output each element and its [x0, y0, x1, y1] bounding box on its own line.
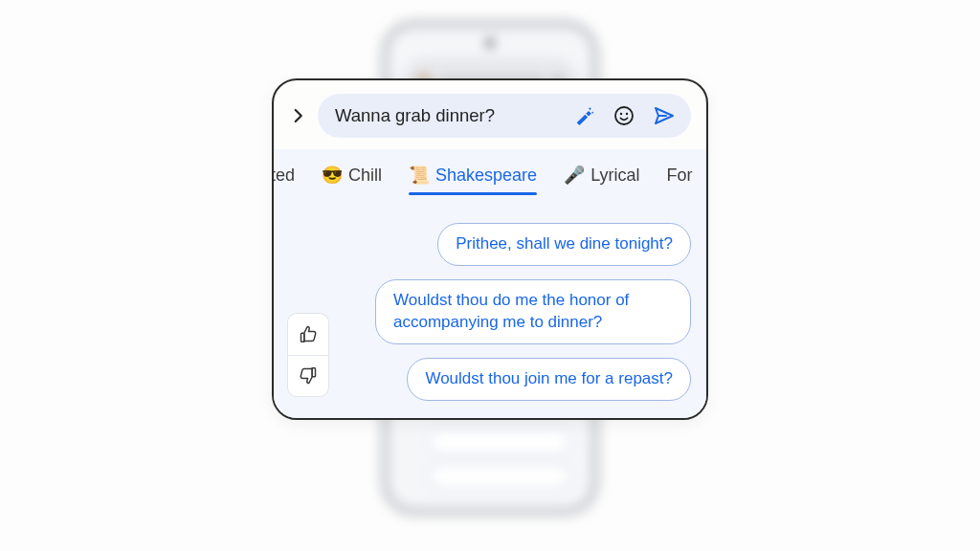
svg-rect-4	[301, 333, 304, 342]
thumbs-up-icon	[299, 324, 318, 343]
svg-rect-5	[312, 367, 315, 376]
tab-formal-partial[interactable]: For	[666, 165, 692, 193]
thumbs-down-icon	[299, 366, 318, 386]
magic-compose-card: Wanna grab dinner?	[272, 78, 708, 420]
chevron-right-icon	[289, 107, 306, 124]
tab-excited-partial[interactable]: cited	[272, 165, 295, 193]
tab-label: Lyrical	[590, 165, 639, 186]
collapse-button[interactable]	[283, 101, 312, 130]
emoji-button[interactable]	[607, 99, 641, 133]
compose-text: Wanna grab dinner?	[335, 105, 561, 126]
suggestion-panel: cited 😎 Chill 📜 Shakespeare 🎤 Lyrical Fo…	[274, 149, 706, 418]
thumbs-down-button[interactable]	[287, 355, 329, 397]
emoji-icon	[612, 104, 635, 127]
feedback-column	[287, 223, 329, 397]
suggestion-chip[interactable]: Wouldst thou join me for a repast?	[407, 358, 691, 401]
sunglasses-emoji-icon: 😎	[322, 165, 343, 186]
compose-input[interactable]: Wanna grab dinner?	[318, 94, 691, 138]
svg-point-2	[626, 113, 628, 115]
suggestion-body: Prithee, shall we dine tonight? Wouldst …	[274, 206, 706, 401]
suggestion-chip[interactable]: Wouldst thou do me the honor of accompan…	[375, 279, 691, 344]
svg-point-1	[620, 113, 622, 115]
compose-row: Wanna grab dinner?	[274, 80, 706, 149]
send-button[interactable]	[647, 99, 681, 133]
scroll-emoji-icon: 📜	[409, 165, 430, 186]
tab-label: Chill	[348, 165, 382, 186]
suggestion-chip[interactable]: Prithee, shall we dine tonight?	[437, 223, 691, 266]
send-icon	[653, 104, 676, 127]
style-tabs[interactable]: cited 😎 Chill 📜 Shakespeare 🎤 Lyrical Fo…	[272, 161, 706, 206]
tab-shakespeare[interactable]: 📜 Shakespeare	[409, 165, 537, 193]
tab-label: Shakespeare	[435, 165, 537, 186]
svg-point-0	[615, 107, 633, 124]
tab-lyrical[interactable]: 🎤 Lyrical	[564, 165, 639, 193]
thumbs-up-button[interactable]	[287, 313, 329, 355]
tab-chill[interactable]: 😎 Chill	[322, 165, 382, 193]
magic-rewrite-button[interactable]	[567, 99, 601, 133]
microphone-emoji-icon: 🎤	[564, 165, 585, 186]
magic-rewrite-icon	[573, 105, 594, 126]
suggestion-list: Prithee, shall we dine tonight? Wouldst …	[339, 223, 691, 401]
